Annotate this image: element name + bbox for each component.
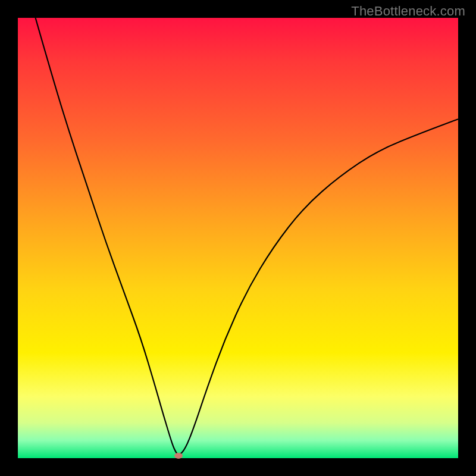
plot-area (18, 18, 458, 458)
bottleneck-curve-path (36, 18, 458, 455)
curve-svg (18, 18, 458, 458)
watermark-text: TheBottleneck.com (351, 4, 465, 19)
optimum-marker (174, 453, 183, 459)
chart-frame: TheBottleneck.com (0, 0, 476, 476)
